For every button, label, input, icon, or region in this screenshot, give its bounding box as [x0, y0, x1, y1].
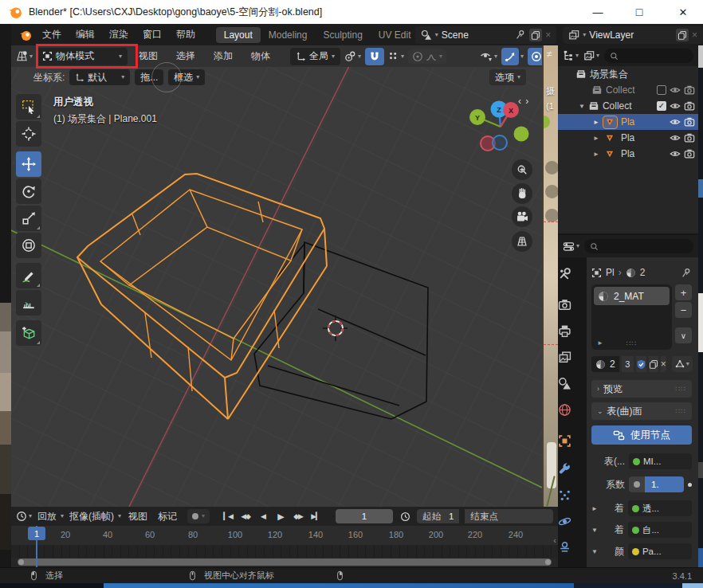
tab-output[interactable]: [558, 324, 571, 338]
tab-layout[interactable]: Layout: [216, 27, 261, 43]
outliner-row-object-selected[interactable]: ► Pla: [558, 114, 698, 130]
editor-type-button[interactable]: ▾: [16, 50, 33, 62]
expand-triangle-icon[interactable]: ►: [593, 151, 599, 158]
jump-to-end-button[interactable]: ▶▎: [308, 509, 324, 523]
unlink-scene-icon[interactable]: ×: [545, 29, 551, 41]
menu-add[interactable]: 添加: [206, 49, 240, 63]
eye-icon[interactable]: [670, 84, 681, 96]
blender-menu-icon[interactable]: [19, 29, 32, 41]
play-reverse-button[interactable]: ◀: [255, 509, 271, 523]
material-slot-selected[interactable]: 2_MAT: [594, 287, 670, 305]
users-count-button[interactable]: 3: [622, 356, 634, 372]
panel-grip[interactable]: ∷∷: [676, 385, 686, 393]
options-dropdown[interactable]: 选项 ▾: [489, 69, 526, 85]
tool-transform[interactable]: [16, 233, 41, 258]
expand-icon[interactable]: ▼: [591, 527, 598, 534]
proportional-edit-group[interactable]: ▾: [408, 49, 446, 64]
outliner-display-mode[interactable]: ▾: [583, 50, 599, 61]
slot-list-expand-icon[interactable]: ►: [597, 339, 603, 347]
tab-sculpting[interactable]: Sculpting: [315, 27, 370, 43]
unlink-material-icon[interactable]: ×: [661, 356, 666, 372]
panel-grip[interactable]: ∷∷: [676, 407, 686, 415]
use-preview-range-icon[interactable]: [400, 512, 410, 522]
menu-playback[interactable]: 回放▾: [36, 510, 64, 523]
panel-preview[interactable]: › 预览 ∷∷: [591, 380, 692, 398]
jump-to-start-button[interactable]: ▎◀: [220, 509, 236, 523]
expand-triangle-icon[interactable]: ►: [593, 135, 599, 142]
factor-slider[interactable]: 1.: [629, 476, 684, 492]
expand-triangle-icon[interactable]: ►: [593, 119, 599, 126]
decorator-dot[interactable]: [688, 483, 692, 487]
remove-slot-button[interactable]: −: [675, 302, 692, 318]
expand-icon[interactable]: ▼: [591, 548, 598, 555]
orientation-dropdown[interactable]: 全局 ▾: [290, 48, 340, 65]
camera-icon[interactable]: [684, 84, 695, 96]
tab-tool[interactable]: [558, 267, 571, 280]
scrollbar-handle-left[interactable]: [18, 559, 24, 565]
minimize-button[interactable]: —: [580, 6, 615, 18]
surface-shader-field[interactable]: MI...: [629, 453, 692, 469]
prev-keyframe-button[interactable]: ◀◆: [238, 509, 253, 523]
outliner-search-input[interactable]: [604, 49, 693, 63]
menu-view-timeline[interactable]: 视图: [125, 510, 151, 523]
eye-icon[interactable]: [670, 116, 681, 127]
auto-keying-button[interactable]: ▾: [187, 509, 210, 523]
slot-specials-button[interactable]: ∨: [675, 327, 692, 343]
tab-object[interactable]: [558, 434, 571, 448]
pin-icon[interactable]: [681, 268, 692, 278]
playhead-badge[interactable]: 1: [28, 527, 45, 540]
outliner-row-collection-1[interactable]: Collect: [558, 82, 698, 98]
tool-select-box[interactable]: [16, 94, 41, 120]
timeline-ruler[interactable]: 20 40 60 80 100 120 140 160 180 200 220 …: [11, 526, 558, 545]
menu-file[interactable]: 文件: [35, 28, 69, 41]
tab-view-layer[interactable]: [558, 351, 571, 364]
close-button[interactable]: ✕: [663, 6, 703, 18]
tool-cursor[interactable]: [16, 121, 41, 147]
tab-world[interactable]: [558, 403, 571, 417]
play-button[interactable]: ▶: [273, 509, 289, 523]
maximize-button[interactable]: □: [622, 6, 657, 18]
tab-modifiers[interactable]: [558, 462, 571, 476]
camera-icon[interactable]: [684, 132, 695, 143]
menu-marker[interactable]: 标记: [155, 510, 180, 523]
eye-icon[interactable]: [670, 100, 681, 112]
camera-icon[interactable]: [684, 116, 695, 127]
exclude-checkbox[interactable]: [657, 85, 666, 95]
shader-field[interactable]: 自...: [628, 522, 692, 538]
exclude-checkbox[interactable]: ✓: [657, 101, 666, 111]
snap-target-dropdown[interactable]: ▾: [388, 51, 404, 62]
new-scene-icon[interactable]: [529, 29, 542, 41]
properties-search-input[interactable]: [584, 239, 693, 253]
timeline-track[interactable]: [11, 545, 558, 558]
tab-uv-edit[interactable]: UV Edit: [371, 27, 414, 43]
scene-selector[interactable]: ▾ Scene ×: [415, 26, 557, 44]
tool-annotate[interactable]: [16, 263, 41, 288]
camera-icon[interactable]: [684, 148, 695, 159]
properties-editor-type-button[interactable]: ▾: [563, 241, 579, 253]
use-nodes-button[interactable]: 使用节点: [591, 425, 692, 445]
color-field[interactable]: Pa...: [628, 543, 692, 559]
add-slot-button[interactable]: +: [675, 284, 692, 300]
gizmos-dropdown[interactable]: ▾: [501, 48, 524, 65]
tab-modeling[interactable]: Modeling: [261, 27, 316, 43]
tab-particles[interactable]: [558, 488, 571, 502]
copy-material-icon[interactable]: [649, 356, 658, 372]
panel-surface[interactable]: ⌄ 表(曲)面 ∷∷: [591, 402, 692, 420]
viewlayer-selector[interactable]: ▾ ViewLayer ×: [563, 26, 703, 44]
tab-scene[interactable]: [558, 377, 571, 390]
breadcrumb-material[interactable]: 2: [640, 267, 646, 278]
tool-scale[interactable]: [16, 206, 41, 231]
breadcrumb-object[interactable]: Pl: [606, 267, 615, 278]
tab-physics[interactable]: [558, 515, 571, 528]
eye-icon[interactable]: [670, 132, 681, 143]
menu-render[interactable]: 渲染: [102, 28, 135, 41]
scrollbar-handle-right[interactable]: [545, 559, 551, 565]
outliner-row-object[interactable]: ► Pla: [558, 130, 698, 146]
timeline-collapse-arrow[interactable]: ‹: [553, 535, 556, 545]
menu-window[interactable]: 窗口: [135, 28, 169, 41]
slot-list-grip[interactable]: ∷∷: [626, 339, 637, 347]
tool-move[interactable]: [16, 151, 41, 177]
material-id-block[interactable]: 2: [591, 356, 619, 372]
node-specials-dropdown[interactable]: ▾: [672, 356, 693, 372]
current-frame-field[interactable]: 1: [336, 509, 393, 523]
